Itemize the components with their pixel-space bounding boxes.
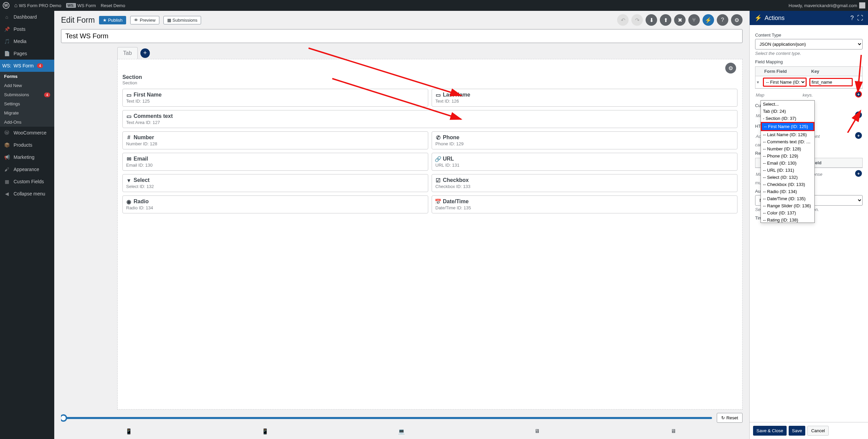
add-tab-button[interactable]: + (140, 48, 150, 58)
avatar[interactable] (859, 2, 865, 8)
sidebar-item-products[interactable]: 📦Products (0, 139, 54, 151)
dropdown-option[interactable]: -- Last Name (ID: 126) (761, 131, 814, 138)
sidebar-item-appearance[interactable]: 🖌Appearance (0, 163, 54, 175)
reset-button[interactable]: ↻ Reset (717, 413, 743, 423)
form-name-input[interactable] (61, 29, 743, 43)
section-settings-icon[interactable]: ⚙ (725, 63, 736, 74)
help-button[interactable]: ? (717, 14, 728, 26)
sidebar-item-ws-form[interactable]: WS:WS Form4 (0, 60, 54, 72)
dropdown-option[interactable]: -- Phone (ID: 129) (761, 152, 814, 160)
pin-icon: 📌 (3, 26, 10, 33)
sidebar-item-media[interactable]: 🎵Media (0, 35, 54, 47)
sidebar-item-pages[interactable]: 📄Pages (0, 47, 54, 60)
dropdown-option[interactable]: -- Color (ID: 137) (761, 209, 814, 216)
device-mobile-icon[interactable]: 📱 (125, 428, 133, 436)
sidebar-item-collapse-menu[interactable]: ◀Collapse menu (0, 188, 54, 200)
tools-button[interactable]: ✖ (674, 14, 686, 26)
add-response-button[interactable]: + (855, 170, 862, 177)
dropdown-option[interactable]: -- Number (ID: 128) (761, 145, 814, 152)
text-icon: ▭ (435, 92, 441, 98)
site-link[interactable]: ⌂WS Form PRO Demo (14, 2, 61, 8)
submenu-add-ons[interactable]: Add-Ons (0, 118, 54, 127)
field-checkbox[interactable]: ☑CheckboxCheckbox ID: 133 (432, 174, 737, 192)
device-laptop-icon[interactable]: 🖥 (534, 428, 542, 436)
device-tablet-icon[interactable]: 💻 (398, 428, 406, 436)
submenu-migrate[interactable]: Migrate (0, 108, 54, 118)
dropdown-option[interactable]: - Section (ID: 37) (761, 115, 814, 122)
panel-expand-icon[interactable]: ⛶ (857, 15, 863, 22)
save-close-button[interactable]: Save & Close (753, 426, 787, 436)
reset-demo[interactable]: Reset Demo (101, 3, 125, 8)
field-mapping-label: Field Mapping (755, 59, 863, 64)
field-last-name[interactable]: ▭Last NameText ID: 126 (432, 89, 737, 107)
tab-button[interactable]: Tab (117, 47, 138, 59)
dropdown-option[interactable]: -- Checkbox (ID: 133) (761, 181, 814, 188)
sidebar-item-custom-fields[interactable]: ▦Custom Fields (0, 175, 54, 188)
add-custom-mapping-button[interactable]: + (855, 111, 862, 118)
email-icon: ✉ (126, 156, 132, 162)
submenu-add-new[interactable]: Add New (0, 81, 54, 90)
form-field-select[interactable]: -- First Name (ID: 1 (763, 78, 807, 87)
content-type-select[interactable]: JSON (application/json) (755, 39, 863, 49)
device-desktop-icon[interactable]: 🖥 (671, 428, 678, 436)
settings-button[interactable]: ⚙ (731, 14, 743, 26)
chevron-down-icon[interactable]: ▾ (755, 78, 762, 86)
actions-button[interactable]: ⚡ (703, 14, 714, 26)
field-phone[interactable]: ✆PhonePhone ID: 129 (432, 131, 737, 149)
field-comments-text[interactable]: ▭Comments textText Area ID: 127 (122, 110, 737, 128)
sidebar-item-woocommerce[interactable]: ⓌWooCommerce (0, 127, 54, 139)
redo-button[interactable]: ↷ (631, 14, 643, 26)
split-button[interactable]: ⑂ (688, 14, 700, 26)
preview-button[interactable]: 👁 Preview (130, 16, 159, 24)
dropdown-option[interactable]: -- Select (ID: 132) (761, 174, 814, 181)
content-type-hint: Select the content type. (755, 51, 863, 56)
checkbox-icon: ☑ (435, 177, 441, 183)
dropdown-option[interactable]: -- Email (ID: 130) (761, 160, 814, 167)
breakpoint-slider[interactable] (61, 417, 712, 419)
download-button[interactable]: ⬇ (646, 14, 657, 26)
dropdown-option[interactable]: Tab (ID: 24) (761, 108, 814, 115)
dropdown-option[interactable]: -- Range Slider (ID: 136) (761, 202, 814, 209)
save-button[interactable]: Save (789, 426, 806, 436)
field-date/time[interactable]: 📅Date/TimeDate/Time ID: 135 (432, 195, 737, 213)
fields-icon: ▦ (3, 178, 10, 185)
field-radio[interactable]: ◉RadioRadio ID: 134 (122, 195, 428, 213)
ws-badge[interactable]: WS:WS Form (66, 3, 96, 8)
dropdown-option[interactable]: -- Radio (ID: 134) (761, 188, 814, 195)
dropdown-option[interactable]: -- First Name (ID: 125) (761, 122, 814, 131)
publish-button[interactable]: ★ Publish (99, 16, 126, 24)
field-email[interactable]: ✉EmailEmail ID: 130 (122, 153, 428, 171)
dropdown-option[interactable]: -- Date/Time (ID: 135) (761, 195, 814, 202)
datetime-icon: 📅 (435, 199, 441, 204)
collapse-icon: ◀ (3, 190, 10, 197)
form-field-dropdown[interactable]: Select...Tab (ID: 24)- Section (ID: 37)-… (761, 100, 815, 223)
upload-button[interactable]: ⬆ (660, 14, 671, 26)
sidebar-item-marketing[interactable]: 📢Marketing (0, 151, 54, 163)
submenu-settings[interactable]: Settings (0, 99, 54, 108)
col-key: Key (809, 67, 856, 76)
panel-help-icon[interactable]: ? (850, 15, 854, 22)
submenu-submissions[interactable]: Submissions4 (0, 90, 54, 99)
remove-row-icon[interactable]: ✕ (855, 80, 861, 85)
field-first-name[interactable]: ▭First NameText ID: 125 (122, 89, 428, 107)
sidebar-item-posts[interactable]: 📌Posts (0, 23, 54, 35)
wp-logo[interactable]: W (3, 2, 9, 9)
field-number[interactable]: #NumberNumber ID: 128 (122, 131, 428, 149)
sidebar-item-dashboard[interactable]: ⌂Dashboard (0, 11, 54, 23)
key-input[interactable] (809, 78, 853, 86)
lightning-icon: ⚡ (754, 14, 762, 22)
add-mapping-button[interactable]: + (855, 91, 862, 98)
submissions-button[interactable]: ▦ Submissions (163, 16, 201, 24)
field-select[interactable]: ▾SelectSelect ID: 132 (122, 174, 428, 192)
device-mobile-lg-icon[interactable]: 📱 (262, 428, 269, 436)
field-url[interactable]: 🔗URLURL ID: 131 (432, 153, 737, 171)
cancel-button[interactable]: Cancel (807, 426, 828, 436)
add-header-button[interactable]: + (855, 132, 862, 139)
dropdown-option[interactable]: Select... (761, 101, 814, 108)
dropdown-option[interactable]: -- URL (ID: 131) (761, 167, 814, 174)
dropdown-option[interactable]: -- Comments text (ID: 127) (761, 138, 814, 145)
howdy[interactable]: Howdy, maverickandrii@gmail.com (789, 3, 857, 8)
undo-button[interactable]: ↶ (617, 14, 629, 26)
submenu-forms[interactable]: Forms (0, 72, 54, 81)
dropdown-option[interactable]: -- Rating (ID: 138) (761, 216, 814, 223)
